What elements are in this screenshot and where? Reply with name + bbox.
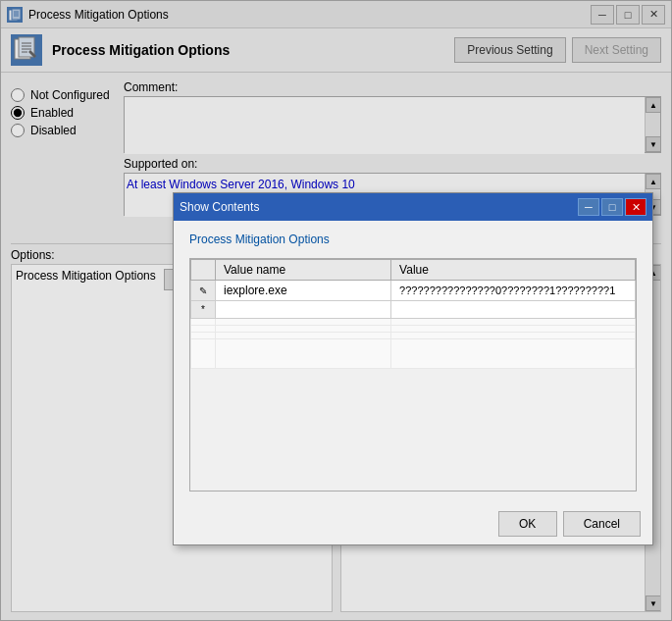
dialog-close-button[interactable]: ✕	[625, 198, 646, 216]
row-name-iexplore[interactable]: iexplore.exe	[216, 281, 391, 301]
ok-button[interactable]: OK	[498, 511, 557, 537]
dialog-footer: OK Cancel	[174, 503, 652, 544]
show-contents-dialog: Show Contents ─ □ ✕ Process Mitigation O…	[173, 192, 653, 545]
dialog-maximize-button[interactable]: □	[601, 198, 623, 216]
row-value-iexplore: ????????????????0????????1?????????1	[391, 281, 636, 301]
row-icon-new: *	[191, 301, 216, 319]
dialog-minimize-button[interactable]: ─	[578, 198, 599, 216]
table-row-empty-1	[191, 319, 636, 326]
dialog-table: Value name Value ✎ iexplore.exe ????????…	[190, 259, 636, 369]
row-name-new[interactable]	[216, 301, 391, 319]
dialog-heading: Process Mitigation Options	[189, 233, 637, 246]
col-header-value: Value	[391, 260, 636, 281]
row-icon-edit: ✎	[191, 281, 216, 301]
table-row: ✎ iexplore.exe ????????????????0????????…	[191, 281, 636, 301]
table-row-empty-3	[191, 333, 636, 339]
dialog-title-bar: Show Contents ─ □ ✕	[174, 193, 652, 221]
cancel-button[interactable]: Cancel	[563, 511, 641, 537]
table-row-empty-2	[191, 326, 636, 333]
dialog-table-wrapper: Value name Value ✎ iexplore.exe ????????…	[189, 258, 637, 492]
dialog-table-body: ✎ iexplore.exe ????????????????0????????…	[191, 281, 636, 369]
main-window: Process Mitigation Options ─ □ ✕ Process…	[0, 0, 672, 621]
dialog-content: Process Mitigation Options Value name Va…	[174, 221, 652, 503]
col-header-name: Value name	[216, 260, 391, 281]
row-value-new	[391, 301, 636, 319]
table-row-new: *	[191, 301, 636, 319]
dialog-title-buttons: ─ □ ✕	[578, 198, 646, 216]
col-header-icon	[191, 260, 216, 281]
dialog-title: Show Contents	[180, 200, 578, 214]
table-row-empty-4	[191, 339, 636, 369]
